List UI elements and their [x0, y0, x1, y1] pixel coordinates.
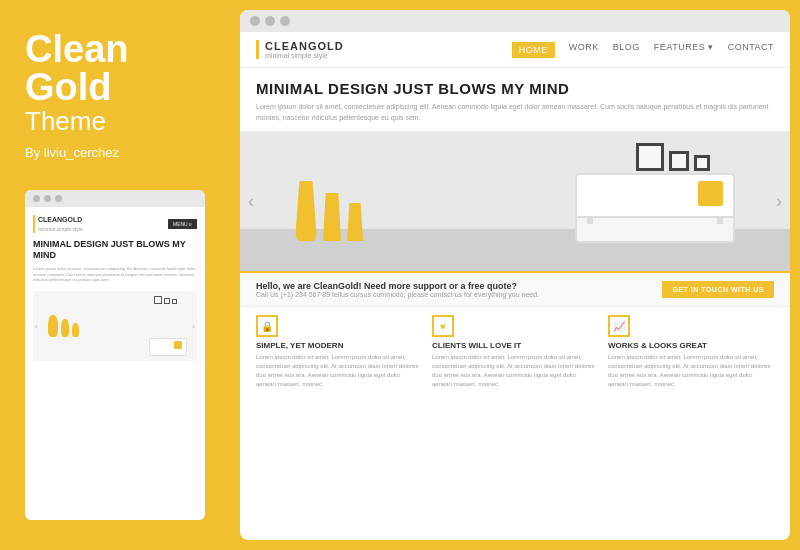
nav-link-work[interactable]: WORK — [569, 42, 599, 58]
site-logo-name: CLEANGOLD — [265, 40, 344, 52]
left-panel: Clean Gold Theme By liviu_cerchez CLEANG… — [0, 0, 230, 550]
mini-wall-frames — [154, 296, 177, 304]
wall-frame-2 — [669, 151, 689, 171]
mini-slider-arrow-right[interactable]: › — [192, 321, 195, 330]
feature-title-1: SIMPLE, YET MODERN — [256, 341, 422, 350]
slider-scene — [240, 131, 790, 271]
mini-slider-arrow-left[interactable]: ‹ — [35, 321, 38, 330]
feature-col-3: 📈 WORKS & LOOKS GREAT Lorem ipsum dolor … — [608, 315, 774, 389]
title-theme: Theme — [25, 106, 205, 137]
vase-medium — [323, 193, 341, 241]
site-nav: CLEANGOLD minimal simple style HOME WORK… — [240, 32, 790, 68]
site-nav-links: HOME WORK BLOG FEATURES ▾ CONTACT — [512, 42, 774, 58]
feature-col-1: 🔒 SIMPLE, YET MODERN Lorem ipsum dolor s… — [256, 315, 422, 389]
mini-sofa-body — [149, 338, 187, 356]
cta-main-text: Hello, we are CleanGold! Need more suppo… — [256, 281, 539, 291]
mini-sofa — [149, 331, 189, 356]
title-gold: Gold — [25, 68, 205, 106]
main-dot-3 — [280, 16, 290, 26]
feature-text-3: Lorem ipsum dolor sit amet. Lorem ipsum … — [608, 353, 774, 389]
site-content: CLEANGOLD minimal simple style HOME WORK… — [240, 32, 790, 540]
feature-col-2: ♥ CLIENTS WILL LOVE IT Lorem ipsum dolor… — [432, 315, 598, 389]
feature-text-1: Lorem ipsum dolor sit amet. Lorem ipsum … — [256, 353, 422, 389]
mini-vase-tall — [48, 315, 58, 337]
hero-title: MINIMAL DESIGN JUST BLOWS MY MIND — [256, 80, 774, 97]
mini-frame-3 — [172, 299, 177, 304]
chart-icon: 📈 — [608, 315, 630, 337]
mini-frame-1 — [154, 296, 162, 304]
mini-browser-preview: CLEANGOLD minimal simple style MENU ≡ MI… — [25, 190, 205, 520]
wall-frame-1 — [636, 143, 664, 171]
main-dot-2 — [265, 16, 275, 26]
slider-arrow-right[interactable]: › — [776, 191, 782, 212]
mini-logo-bar: CLEANGOLD minimal simple style MENU ≡ — [33, 215, 197, 233]
sofa-seat — [575, 218, 735, 243]
mini-menu-button[interactable]: MENU ≡ — [168, 219, 197, 229]
vase-short — [347, 203, 363, 241]
title-clean: Clean — [25, 30, 205, 68]
sofa-cushion — [698, 181, 723, 206]
feature-title-2: CLIENTS WILL LOVE IT — [432, 341, 598, 350]
site-logo-tagline: minimal simple style — [265, 52, 344, 59]
vases-container — [295, 181, 363, 241]
cta-sub-text: Call Us (+1) 234 567 89 tellus cursus co… — [256, 291, 539, 298]
mini-vase-medium — [61, 319, 69, 337]
nav-link-home[interactable]: HOME — [512, 42, 555, 58]
wall-frame-3 — [694, 155, 710, 171]
sofa-container — [575, 173, 735, 243]
nav-link-blog[interactable]: BLOG — [613, 42, 640, 58]
mini-lorem-text: Lorem ipsum dolor sit amet, consectetuer… — [33, 266, 197, 283]
feature-title-3: WORKS & LOOKS GREAT — [608, 341, 774, 350]
feature-text-2: Lorem ipsum dolor sit amet. Lorem ipsum … — [432, 353, 598, 389]
nav-link-contact[interactable]: CONTACT — [728, 42, 774, 58]
cta-text-area: Hello, we are CleanGold! Need more suppo… — [256, 281, 539, 298]
mini-content: CLEANGOLD minimal simple style MENU ≡ MI… — [25, 207, 205, 369]
sofa-back — [575, 173, 735, 218]
mini-headline: MINIMAL DESIGN JUST BLOWS MY MIND — [33, 239, 197, 261]
vase-tall — [295, 181, 317, 241]
wall-frames — [636, 143, 710, 171]
heart-icon: ♥ — [432, 315, 454, 337]
mini-dot-1 — [33, 195, 40, 202]
sofa-leg-right — [717, 216, 723, 224]
mini-vase-short — [72, 323, 79, 337]
site-logo: CLEANGOLD minimal simple style — [256, 40, 344, 59]
feature-icon-3: 📈 — [608, 315, 774, 337]
sofa-leg-left — [587, 216, 593, 224]
nav-link-features[interactable]: FEATURES ▾ — [654, 42, 714, 58]
mini-browser-bar — [25, 190, 205, 207]
mini-dot-3 — [55, 195, 62, 202]
mini-frame-2 — [164, 298, 170, 304]
cta-button[interactable]: GET IN TOUCH WITH US — [662, 281, 774, 298]
main-slider: ‹ — [240, 131, 790, 271]
main-browser-bar — [240, 10, 790, 32]
feature-icon-2: ♥ — [432, 315, 598, 337]
site-hero: MINIMAL DESIGN JUST BLOWS MY MIND Lorem … — [240, 68, 790, 131]
mini-image-area: ‹ › — [33, 291, 197, 361]
right-panel: CLEANGOLD minimal simple style HOME WORK… — [230, 0, 800, 550]
mini-logo: CLEANGOLD minimal simple style — [33, 215, 83, 233]
feature-icon-1: 🔒 — [256, 315, 422, 337]
mini-vases — [48, 315, 79, 337]
main-browser: CLEANGOLD minimal simple style HOME WORK… — [240, 10, 790, 540]
main-dot-1 — [250, 16, 260, 26]
slider-arrow-left[interactable]: ‹ — [248, 191, 254, 212]
mini-dot-2 — [44, 195, 51, 202]
cta-strip: Hello, we are CleanGold! Need more suppo… — [240, 271, 790, 306]
mini-sofa-cushion — [174, 341, 182, 349]
features-strip: 🔒 SIMPLE, YET MODERN Lorem ipsum dolor s… — [240, 306, 790, 397]
hero-text: Lorem ipsum dolor sit amet, consectetuer… — [256, 102, 774, 123]
author-label: By liviu_cerchez — [25, 145, 205, 160]
lock-icon: 🔒 — [256, 315, 278, 337]
